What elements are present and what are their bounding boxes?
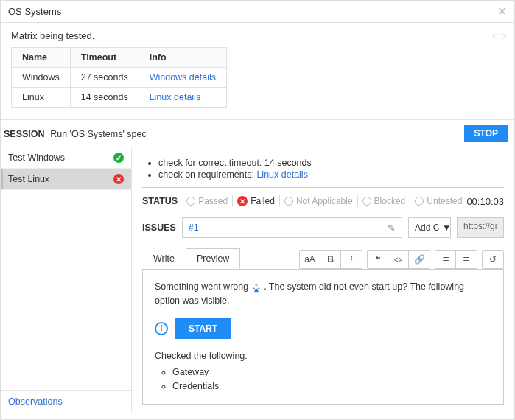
session-description: Run 'OS Systems' spec [50,129,147,139]
close-icon[interactable]: ✕ [497,4,507,18]
session-header: SESSION Run 'OS Systems' spec STOP [1,119,514,147]
status-option-failed[interactable]: ✕Failed [237,196,275,206]
issue-tag[interactable]: #1 [189,223,199,233]
start-row: ! START [155,318,491,339]
issues-row: ISSUES #1 ✎ Add C▼ https://gi [142,217,504,238]
check-item: check for correct timeout: 14 seconds [158,158,504,168]
code-button[interactable]: <> [388,251,409,268]
col-name: Name [12,48,71,68]
matrix-table: Name Timeout Info Windows 27 seconds Win… [11,47,227,108]
status-option-passed[interactable]: Passed [186,196,228,206]
session-label: SESSION [4,129,45,139]
status-label: STATUS [142,196,178,206]
cell-name: Windows [12,68,71,88]
bold-button[interactable]: B [320,251,341,268]
test-item-linux[interactable]: Test Linux ✕ [1,169,131,190]
stop-button[interactable]: STOP [464,125,508,142]
cell-name: Linux [12,88,71,108]
table-row: Linux 14 seconds Linux details [12,88,227,108]
page-title: OS Systems [8,6,61,17]
check-icon: ✓ [113,153,124,163]
tab-write[interactable]: Write [142,248,186,269]
info-link[interactable]: Windows details [150,72,216,83]
checklist: check for correct timeout: 14 seconds ch… [158,158,504,180]
undo-button[interactable]: ↺ [483,251,503,268]
intro-panel: < > Matrix being tested. Name Timeout In… [1,23,514,108]
col-info: Info [139,48,226,68]
case-button[interactable]: aA [300,251,320,268]
preview-list: Gateway Credentials [172,365,491,393]
preview-list-item: Credentials [172,379,491,393]
test-item-windows[interactable]: Test Windows ✓ [1,147,131,169]
ol-button[interactable]: ≣ [456,251,477,268]
ul-button[interactable]: ≣ [435,251,456,268]
title-bar: OS Systems ✕ [1,1,514,23]
cell-timeout: 27 seconds [70,68,139,88]
observations-button[interactable]: Observations [1,390,131,413]
info-link[interactable]: Linux details [150,92,201,102]
preview-subheading: Checked the following: [155,349,491,363]
issue-input[interactable]: #1 ✎ [182,217,402,238]
cell-timeout: 14 seconds [70,88,139,108]
divider [142,187,504,188]
fail-icon: ✕ [113,174,124,184]
col-timeout: Timeout [70,48,139,68]
status-row: STATUS Passed ✕Failed Not Applicable Blo… [142,195,504,207]
test-item-label: Test Linux [8,174,49,184]
svg-point-0 [255,283,258,286]
preview-list-item: Gateway [172,365,491,379]
preview-paragraph: Something went wrong . The system did no… [155,280,491,308]
code-brackets-icon[interactable]: < > [492,30,507,42]
status-option-untested[interactable]: Untested [415,196,462,206]
table-row: Windows 27 seconds Windows details [12,68,227,88]
chevron-down-icon: ▼ [442,223,451,233]
link-button[interactable]: 🔗 [409,251,430,268]
requirements-link[interactable]: Linux details [256,169,308,180]
check-item: check on requirements: Linux details [158,169,504,180]
editor-toolbar: aA B i ❝ <> 🔗 ≣ ≣ ↺ [295,250,504,269]
add-dropdown[interactable]: Add C▼ [408,217,451,238]
url-button[interactable]: https://gi [457,217,504,238]
preview-pane: Something went wrong . The system did no… [142,270,504,405]
session-body: Test Windows ✓ Test Linux ✕ Observations… [1,147,514,413]
italic-button[interactable]: i [341,251,362,268]
test-detail: check for correct timeout: 14 seconds ch… [132,147,514,413]
test-item-label: Test Windows [8,153,65,163]
test-list: Test Windows ✓ Test Linux ✕ Observations [1,147,132,413]
status-option-blocked[interactable]: Blocked [362,196,406,206]
person-shrug-icon [251,282,262,293]
start-button[interactable]: START [175,318,231,339]
status-option-na[interactable]: Not Applicable [284,196,353,206]
info-icon: ! [155,322,168,335]
issues-label: ISSUES [142,223,176,233]
editor-tabs-row: Write Preview aA B i ❝ <> 🔗 ≣ ≣ [142,248,504,270]
pencil-icon[interactable]: ✎ [388,223,396,234]
matrix-description: Matrix being tested. [11,30,504,41]
quote-button[interactable]: ❝ [368,251,388,268]
timer: 00:10:03 [466,196,504,207]
tab-preview[interactable]: Preview [186,248,240,269]
fail-icon: ✕ [237,196,248,206]
